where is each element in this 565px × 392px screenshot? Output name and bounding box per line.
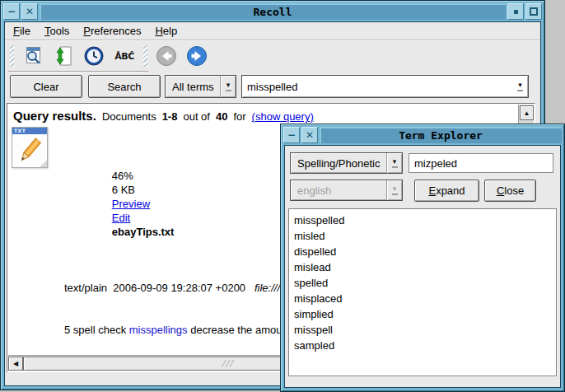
desktop: − ✕ Recoll File Tools Preferences Help xyxy=(0,0,565,392)
menu-label: ile xyxy=(20,25,30,37)
combo-dropdown-button[interactable]: ▾ xyxy=(386,180,402,200)
minimize-button[interactable] xyxy=(507,3,524,20)
menu-label: F xyxy=(13,25,20,37)
window-title: Term Explorer xyxy=(320,127,562,143)
search-button[interactable]: Search xyxy=(88,75,161,98)
search-mode-combobox[interactable]: All terms ▾ xyxy=(165,75,236,98)
history-clock-icon[interactable] xyxy=(82,44,105,68)
chevron-down-icon: ▾ xyxy=(226,82,231,88)
search-document-icon[interactable] xyxy=(21,44,44,68)
term-list-item[interactable]: spelled xyxy=(294,275,556,291)
relevance-percent: 46% xyxy=(112,170,133,182)
toolbar: ÅBĈ xyxy=(5,41,540,71)
combo-dash-icon xyxy=(392,166,398,168)
result-text: 46% 6 KB Preview Edit ebayTips.txt text/… xyxy=(64,127,287,354)
left-arrow-icon: ◀ xyxy=(13,360,18,367)
combo-dropdown-button[interactable]: ▾ xyxy=(386,153,402,173)
menu-file[interactable]: File xyxy=(13,25,30,37)
term-explorer-titlebar: − ✕ Term Explorer xyxy=(283,127,562,143)
edit-link[interactable]: Edit xyxy=(112,212,130,224)
maximize-button[interactable] xyxy=(525,3,542,20)
results-total: 40 xyxy=(216,110,227,123)
combo-dash-icon xyxy=(226,90,231,91)
window-title: Recoll xyxy=(40,3,506,20)
expansion-type-value: Spelling/Phonetic xyxy=(291,157,380,170)
file-icon-label: TXT xyxy=(12,128,47,134)
toolbar-handle[interactable] xyxy=(10,45,14,67)
spell-term-explorer-icon[interactable]: ÅBĈ xyxy=(113,44,136,68)
combo-dash-icon xyxy=(517,90,523,91)
term-input[interactable] xyxy=(409,153,553,173)
result-meta-line: text/plain 2006-09-09 19:28:07 +0200 fil… xyxy=(64,281,287,295)
close-label: Close xyxy=(497,184,524,197)
thumb-grip-icon: /// xyxy=(222,358,233,369)
results-title: Query results. xyxy=(13,109,96,123)
term-list-item[interactable]: dispelled xyxy=(294,244,556,259)
show-query-link[interactable]: (show query) xyxy=(252,110,314,123)
term-list-item[interactable]: misspell xyxy=(294,322,556,338)
file-icon-wrap: TXT xyxy=(12,127,53,354)
result-title-line: 46% 6 KB Preview Edit ebayTips.txt xyxy=(64,155,287,253)
menu-label: P xyxy=(83,25,91,37)
toolbar-handle[interactable] xyxy=(143,45,147,67)
close-icon: ✕ xyxy=(26,6,34,17)
forward-arrow-icon[interactable] xyxy=(185,44,208,68)
menu-label: H xyxy=(155,25,162,37)
results-header: Query results. Documents 1-8 out of 40 f… xyxy=(8,105,517,123)
text-segment: 5 spell check xyxy=(64,324,129,336)
menu-help[interactable]: Help xyxy=(155,25,177,37)
combo-dropdown-button[interactable]: ▾ xyxy=(220,76,236,97)
term-list-item[interactable]: sampled xyxy=(294,338,556,353)
chevron-down-icon: ▾ xyxy=(518,82,522,88)
term-explorer-client-area: Spelling/Phonetic ▾ english ▾ Expand Clo… xyxy=(284,145,561,388)
text-file-icon: TXT xyxy=(12,127,48,168)
preview-link[interactable]: Preview xyxy=(112,198,150,210)
text-segment: text/plain xyxy=(64,282,113,294)
scroll-left-button[interactable]: ◀ xyxy=(8,357,23,371)
toolbar-separator xyxy=(8,71,148,72)
language-value: english xyxy=(291,184,331,197)
results-range: 1-8 xyxy=(162,110,178,123)
expansion-type-combobox[interactable]: Spelling/Phonetic ▾ xyxy=(290,152,403,174)
close-button[interactable]: ✕ xyxy=(301,127,318,143)
menubar: File Tools Preferences Help xyxy=(5,22,540,40)
close-button[interactable]: ✕ xyxy=(21,3,38,20)
recoll-titlebar: − ✕ Recoll xyxy=(3,3,542,20)
text-segment: 2006-09-09 19:28:07 +0200 xyxy=(113,282,254,294)
file-size: 6 KB xyxy=(112,184,135,196)
term-list-item[interactable]: misspelled xyxy=(294,212,556,228)
query-value: misspelled xyxy=(242,81,297,93)
term-list-item[interactable]: misplaced xyxy=(294,291,556,306)
combo-dash-icon xyxy=(392,194,398,195)
term-list-item[interactable]: misled xyxy=(294,228,556,244)
expand-button[interactable]: Expand xyxy=(414,180,479,202)
text-segment: misspellings xyxy=(129,324,188,336)
window-menu-button[interactable]: − xyxy=(3,3,20,20)
search-mode-value: All terms xyxy=(166,81,214,93)
language-combobox[interactable]: english ▾ xyxy=(290,180,403,201)
term-list-item[interactable]: simplied xyxy=(294,306,556,322)
window-menu-button[interactable]: − xyxy=(283,127,300,143)
result-filename: ebayTips.txt xyxy=(112,226,175,238)
update-index-icon[interactable] xyxy=(52,44,75,68)
menu-label: elp xyxy=(163,25,177,37)
close-dialog-button[interactable]: Close xyxy=(484,180,536,202)
up-arrow-icon: ▲ xyxy=(524,110,530,117)
term-results-listbox[interactable]: misspelledmisleddispelledmisleadspelledm… xyxy=(288,208,557,376)
scroll-up-button[interactable]: ▲ xyxy=(520,105,534,120)
combo-dropdown-button[interactable]: ▾ xyxy=(512,76,528,97)
search-label: Search xyxy=(107,81,141,93)
results-count-text: for xyxy=(233,110,245,123)
abc-glyph: ÅBĈ xyxy=(114,51,133,62)
maximize-icon xyxy=(530,7,538,16)
menu-preferences[interactable]: Preferences xyxy=(83,25,141,37)
clear-button[interactable]: Clear xyxy=(10,75,82,98)
query-combobox[interactable]: misspelled ▾ xyxy=(241,75,529,98)
back-arrow-icon[interactable] xyxy=(155,44,178,68)
minimize-icon xyxy=(514,10,518,14)
term-list-item[interactable]: mislead xyxy=(294,259,556,275)
expand-label: Expand xyxy=(428,184,465,197)
menu-tools[interactable]: Tools xyxy=(44,25,69,37)
page-fold xyxy=(40,160,47,167)
menu-label: references xyxy=(91,25,141,37)
